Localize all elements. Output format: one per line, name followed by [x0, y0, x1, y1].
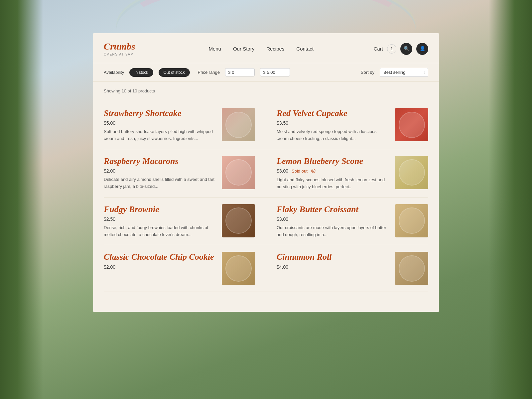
- logo-subtitle: OPENS AT 9AM: [104, 53, 135, 56]
- product-thumbnail: [395, 108, 428, 141]
- logo-area: Crumbs OPENS AT 9AM: [104, 41, 135, 56]
- content: Showing 10 of 10 products Strawberry Sho…: [93, 82, 439, 299]
- cart-badge[interactable]: 1: [387, 44, 396, 54]
- product-info: Flaky Butter Croissant $3.00 Our croissa…: [277, 204, 390, 238]
- product-name: Red Velvet Cupcake: [277, 108, 390, 118]
- product-desc: Delicate and airy almond shells filled w…: [104, 176, 216, 190]
- product-price: $5.00: [104, 120, 115, 126]
- product-price-row: $5.00: [104, 120, 216, 126]
- bg-trees-left: [0, 0, 43, 399]
- sold-out-icon: ☹: [311, 168, 316, 174]
- product-thumbnail: [395, 156, 428, 189]
- product-image: [395, 156, 428, 189]
- product-price-row: $2.50: [104, 216, 216, 222]
- product-item[interactable]: Strawberry Shortcake $5.00 Soft and butt…: [104, 101, 266, 149]
- logo-title[interactable]: Crumbs: [104, 41, 135, 52]
- product-desc: Soft and buttery shortcake layers piled …: [104, 128, 216, 142]
- product-price: $2.50: [104, 216, 115, 222]
- user-button[interactable]: 👤: [416, 43, 428, 55]
- price-min-input-wrapper: $: [225, 68, 255, 76]
- products-grid: Strawberry Shortcake $5.00 Soft and butt…: [104, 101, 428, 292]
- availability-label: Availability: [104, 70, 124, 75]
- product-info: Cinnamon Roll $4.00: [277, 252, 390, 272]
- search-icon: 🔍: [404, 46, 409, 52]
- product-price-row: $3.00 Sold out ☹: [277, 168, 390, 174]
- bg-trees-right: [489, 0, 532, 399]
- out-of-stock-filter[interactable]: Out of stock: [159, 68, 190, 77]
- header: Crumbs OPENS AT 9AM Menu Our Story Recip…: [93, 33, 439, 63]
- user-icon: 👤: [420, 46, 425, 52]
- nav: Menu Our Story Recipes Contact: [149, 46, 374, 52]
- product-price-row: $3.00: [277, 216, 390, 222]
- product-desc: Moist and velvety red sponge topped with…: [277, 128, 390, 142]
- product-image: [395, 108, 428, 141]
- product-price: $3.00: [277, 168, 288, 174]
- product-name: Strawberry Shortcake: [104, 108, 216, 118]
- product-thumbnail: [395, 252, 428, 285]
- nav-item-menu[interactable]: Menu: [208, 46, 221, 52]
- product-price-row: $3.50: [277, 120, 390, 126]
- product-price: $3.50: [277, 120, 288, 126]
- product-price: $2.00: [104, 264, 115, 270]
- product-info: Lemon Blueberry Scone $3.00 Sold out ☹ L…: [277, 156, 390, 191]
- product-name: Cinnamon Roll: [277, 252, 390, 262]
- nav-item-contact[interactable]: Contact: [296, 46, 314, 52]
- product-name: Raspberry Macarons: [104, 156, 216, 166]
- product-price-row: $2.00: [104, 168, 216, 174]
- product-thumbnail: [222, 108, 255, 141]
- nav-item-recipes[interactable]: Recipes: [266, 46, 284, 52]
- product-item[interactable]: Classic Chocolate Chip Cookie $2.00: [104, 245, 266, 292]
- sold-out-badge: Sold out: [292, 169, 308, 174]
- product-name: Flaky Butter Croissant: [277, 204, 390, 214]
- product-name: Lemon Blueberry Scone: [277, 156, 390, 166]
- product-desc: Our croissants are made with layers upon…: [277, 224, 390, 238]
- product-item[interactable]: Lemon Blueberry Scone $3.00 Sold out ☹ L…: [266, 149, 428, 198]
- price-max-symbol: $: [263, 70, 265, 75]
- product-name: Classic Chocolate Chip Cookie: [104, 252, 216, 262]
- price-min-field[interactable]: [232, 70, 252, 75]
- product-item[interactable]: Raspberry Macarons $2.00 Delicate and ai…: [104, 149, 266, 198]
- header-actions: Cart 1 🔍 👤: [374, 43, 428, 55]
- product-info: Classic Chocolate Chip Cookie $2.00: [104, 252, 216, 272]
- price-min-symbol: $: [228, 70, 230, 75]
- sort-label: Sort by: [361, 70, 374, 75]
- product-price-row: $2.00: [104, 264, 216, 270]
- product-image: [222, 252, 255, 285]
- product-item[interactable]: Fudgy Brownie $2.50 Dense, rich, and fud…: [104, 198, 266, 245]
- product-item[interactable]: Cinnamon Roll $4.00: [266, 245, 428, 292]
- product-thumbnail: [395, 204, 428, 237]
- showing-count: Showing 10 of 10 products: [104, 88, 428, 93]
- product-image: [395, 252, 428, 285]
- sort-select[interactable]: Best selling Price: Low to High Price: H…: [380, 68, 428, 77]
- price-max-input-wrapper: $: [260, 68, 290, 76]
- product-info: Strawberry Shortcake $5.00 Soft and butt…: [104, 108, 216, 142]
- product-price: $4.00: [277, 264, 288, 270]
- price-max-field[interactable]: [267, 70, 287, 75]
- product-item[interactable]: Red Velvet Cupcake $3.50 Moist and velve…: [266, 101, 428, 149]
- in-stock-filter[interactable]: In stock: [129, 68, 153, 77]
- product-image: [222, 108, 255, 141]
- cart-label: Cart: [374, 46, 383, 52]
- product-info: Fudgy Brownie $2.50 Dense, rich, and fud…: [104, 204, 216, 238]
- product-item[interactable]: Flaky Butter Croissant $3.00 Our croissa…: [266, 198, 428, 245]
- product-thumbnail: [222, 252, 255, 285]
- main-panel: Crumbs OPENS AT 9AM Menu Our Story Recip…: [93, 33, 439, 312]
- product-image: [222, 204, 255, 237]
- search-button[interactable]: 🔍: [400, 43, 412, 55]
- product-price: $2.00: [104, 168, 115, 174]
- product-name: Fudgy Brownie: [104, 204, 216, 214]
- filter-bar: Availability In stock Out of stock Price…: [93, 63, 439, 82]
- product-thumbnail: [222, 204, 255, 237]
- product-desc: Light and flaky scones infused with fres…: [277, 177, 390, 191]
- nav-item-our-story[interactable]: Our Story: [233, 46, 254, 52]
- product-price: $3.00: [277, 216, 288, 222]
- product-info: Raspberry Macarons $2.00 Delicate and ai…: [104, 156, 216, 190]
- product-info: Red Velvet Cupcake $3.50 Moist and velve…: [277, 108, 390, 142]
- product-image: [222, 156, 255, 189]
- product-price-row: $4.00: [277, 264, 390, 270]
- product-thumbnail: [222, 156, 255, 189]
- sort-wrapper: Best selling Price: Low to High Price: H…: [380, 68, 428, 77]
- price-range-label: Price range: [198, 70, 220, 75]
- product-image: [395, 204, 428, 237]
- product-desc: Dense, rich, and fudgy brownies loaded w…: [104, 224, 216, 238]
